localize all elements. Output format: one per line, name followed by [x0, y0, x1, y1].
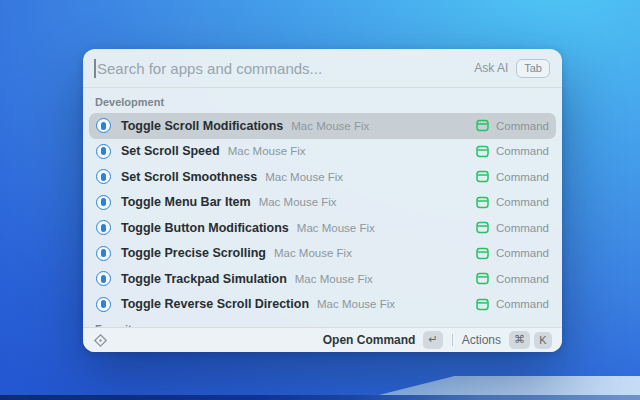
launcher-window: Ask AI Tab Development Toggle Scroll Mod… — [83, 49, 562, 352]
command-type-label: Command — [496, 196, 549, 208]
command-row[interactable]: Toggle Reverse Scroll Direction Mac Mous… — [89, 292, 556, 318]
command-row[interactable]: Set Scroll Smoothness Mac Mouse Fix Comm… — [89, 164, 556, 190]
text-caret — [94, 59, 96, 78]
command-title: Toggle Menu Bar Item — [121, 195, 251, 209]
search-input[interactable] — [95, 60, 474, 77]
footer-divider — [452, 334, 453, 346]
open-command-action[interactable]: Open Command — [323, 333, 416, 347]
command-row[interactable]: Toggle Button Modifications Mac Mouse Fi… — [89, 215, 556, 241]
wallpaper-light-wedge — [375, 376, 640, 396]
command-type-label: Command — [496, 120, 549, 132]
command-title: Toggle Reverse Scroll Direction — [121, 297, 309, 311]
command-subtitle: Mac Mouse Fix — [274, 247, 352, 259]
search-bar: Ask AI Tab — [83, 49, 562, 88]
command-row[interactable]: Toggle Menu Bar Item Mac Mouse Fix Comma… — [89, 190, 556, 216]
command-type-icon — [476, 170, 489, 183]
command-row[interactable]: Toggle Scroll Modifications Mac Mouse Fi… — [89, 113, 556, 139]
command-type-icon — [476, 247, 489, 260]
mac-mouse-fix-app-icon — [96, 246, 111, 261]
command-title: Toggle Button Modifications — [121, 221, 289, 235]
command-title: Set Scroll Speed — [121, 144, 220, 158]
ask-ai-label[interactable]: Ask AI — [474, 61, 508, 75]
command-type-label: Command — [496, 247, 549, 259]
command-type-label: Command — [496, 273, 549, 285]
development-rows: Toggle Scroll Modifications Mac Mouse Fi… — [89, 113, 556, 317]
command-type-icon — [476, 298, 489, 311]
command-title: Set Scroll Smoothness — [121, 170, 257, 184]
return-key-badge: ↵ — [423, 331, 442, 349]
cmd-key-badge: ⌘ — [509, 331, 530, 349]
command-subtitle: Mac Mouse Fix — [295, 273, 373, 285]
wallpaper-bottom-strip — [0, 395, 640, 400]
command-type-label: Command — [496, 171, 549, 183]
section-header-development: Development — [89, 92, 556, 113]
mac-mouse-fix-app-icon — [96, 169, 111, 184]
mac-mouse-fix-app-icon — [96, 195, 111, 210]
command-type-label: Command — [496, 145, 549, 157]
command-type-label: Command — [496, 222, 549, 234]
tab-key-badge[interactable]: Tab — [516, 59, 550, 78]
command-type-icon — [476, 145, 489, 158]
command-type-icon — [476, 221, 489, 234]
k-key-badge: K — [534, 332, 552, 349]
command-subtitle: Mac Mouse Fix — [228, 145, 306, 157]
command-type-icon — [476, 119, 489, 132]
command-subtitle: Mac Mouse Fix — [259, 196, 337, 208]
results-list: Development Toggle Scroll Modifications … — [83, 88, 562, 327]
command-type-icon — [476, 272, 489, 285]
command-row[interactable]: Set Scroll Speed Mac Mouse Fix Command — [89, 139, 556, 165]
command-subtitle: Mac Mouse Fix — [297, 222, 375, 234]
command-title: Toggle Scroll Modifications — [121, 119, 283, 133]
mac-mouse-fix-app-icon — [96, 297, 111, 312]
footer-bar: Open Command ↵ Actions ⌘ K — [83, 327, 562, 352]
command-row[interactable]: Toggle Precise Scrolling Mac Mouse Fix C… — [89, 241, 556, 267]
command-subtitle: Mac Mouse Fix — [317, 298, 395, 310]
mac-mouse-fix-app-icon — [96, 144, 111, 159]
command-title: Toggle Trackpad Simulation — [121, 272, 287, 286]
command-subtitle: Mac Mouse Fix — [265, 171, 343, 183]
command-subtitle: Mac Mouse Fix — [291, 120, 369, 132]
section-header-favorites: Favorites — [89, 319, 556, 327]
mac-mouse-fix-app-icon — [96, 271, 111, 286]
raycast-logo-icon — [93, 333, 108, 348]
mac-mouse-fix-app-icon — [96, 118, 111, 133]
command-row[interactable]: Toggle Trackpad Simulation Mac Mouse Fix… — [89, 266, 556, 292]
command-title: Toggle Precise Scrolling — [121, 246, 266, 260]
mac-mouse-fix-app-icon — [96, 220, 111, 235]
actions-button[interactable]: Actions — [462, 333, 501, 347]
command-type-icon — [476, 196, 489, 209]
command-type-label: Command — [496, 298, 549, 310]
